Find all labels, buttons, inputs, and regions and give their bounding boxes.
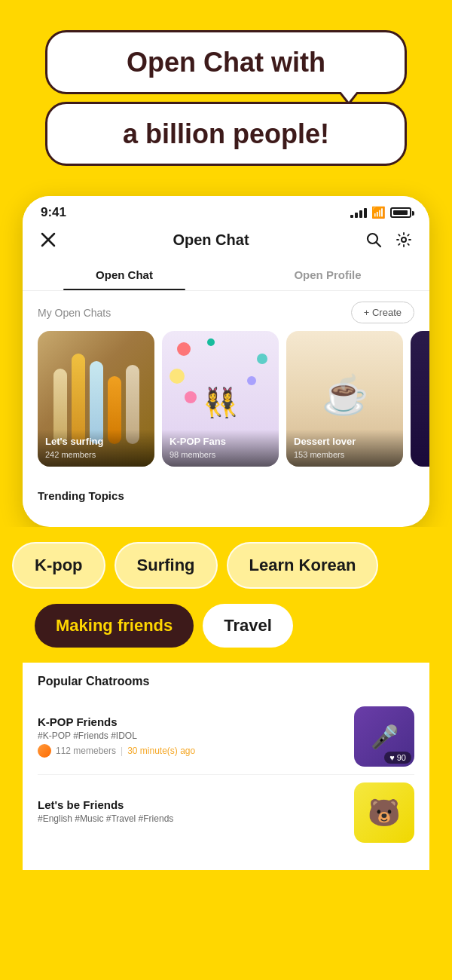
chatroom-tags-friends: #English #Music #Travel #Friends — [38, 813, 344, 824]
app-header: Open Chat — [23, 223, 429, 259]
chatroom-thumb-friends: 🐻 — [354, 782, 414, 843]
card-overlay-surfing: Let's surfing 242 members — [38, 430, 154, 467]
card-name-surfing: Let's surfing — [45, 436, 147, 447]
search-button[interactable] — [363, 229, 384, 250]
chatroom-name-kpop: K-POP Friends — [38, 715, 344, 728]
chatroom-info-kpop: K-POP Friends #K-POP #Friends #IDOL 112 … — [38, 715, 344, 758]
chat-cards-scroll[interactable]: Let's surfing 242 members 👯‍♀️ K-POP F — [23, 331, 429, 479]
chatroom-info-friends: Let's be Friends #English #Music #Travel… — [38, 798, 344, 827]
signal-icon — [350, 207, 367, 218]
hero-section: Open Chat with a billion people! — [0, 0, 452, 181]
wifi-icon: 📶 — [371, 206, 386, 219]
my-open-chats-header: My Open Chats + Create — [23, 291, 429, 331]
pill-learn-korean[interactable]: Learn Korean — [227, 542, 379, 589]
chatroom-tags-kpop: #K-POP #Friends #IDOL — [38, 730, 344, 741]
card-members-dessert: 153 members — [294, 450, 344, 459]
status-time: 9:41 — [41, 205, 66, 220]
hero-text-2: a billion people! — [123, 118, 329, 149]
tab-open-profile[interactable]: Open Profile — [226, 259, 429, 290]
chatroom-time-kpop: 30 minute(s) ago — [127, 746, 195, 756]
svg-point-4 — [402, 237, 406, 242]
battery-icon — [390, 207, 411, 218]
pills-row-2: Making friends Travel — [23, 604, 429, 663]
hero-bubble-2: a billion people! — [45, 102, 407, 166]
card-members-surfing: 242 members — [45, 450, 96, 459]
header-title: Open Chat — [173, 231, 249, 249]
chatroom-item-kpop-friends[interactable]: K-POP Friends #K-POP #Friends #IDOL 112 … — [38, 699, 414, 775]
card-overlay-kpop: K-POP Fans 98 members — [162, 430, 279, 467]
svg-line-3 — [377, 243, 381, 247]
close-button[interactable] — [38, 229, 59, 250]
meta-divider: | — [121, 746, 123, 756]
card-members-kpop: 98 members — [170, 450, 215, 459]
members-count-kpop: 112 memebers — [56, 746, 116, 756]
trending-title: Trending Topics — [38, 489, 124, 502]
card-overlay-dessert: Dessert lover 153 members — [286, 430, 403, 467]
member-avatar — [38, 744, 51, 758]
chatroom-thumb-kpop: 🎤 ♥ 90 — [354, 706, 414, 767]
bottom-section: Making friends Travel Popular Chatrooms … — [23, 604, 429, 870]
card-name-dessert: Dessert lover — [294, 436, 396, 447]
chat-card-kpop[interactable]: 👯‍♀️ K-POP Fans 98 members — [162, 331, 279, 467]
pill-surfing[interactable]: Surfing — [115, 542, 218, 589]
chatroom-meta-kpop: 112 memebers | 30 minute(s) ago — [38, 744, 344, 758]
chat-card-dessert[interactable]: ☕ Dessert lover 153 members — [286, 331, 403, 467]
create-button[interactable]: + Create — [351, 302, 414, 323]
chatroom-item-lets-be-friends[interactable]: Let's be Friends #English #Music #Travel… — [38, 775, 414, 850]
tab-open-chat[interactable]: Open Chat — [23, 259, 226, 290]
settings-button[interactable] — [393, 229, 414, 250]
trending-section: Trending Topics — [23, 479, 429, 512]
pills-section: K-pop Surfing Learn Korean — [0, 527, 452, 604]
tab-bar: Open Chat Open Profile — [23, 259, 429, 291]
heart-badge-kpop: ♥ 90 — [384, 752, 411, 764]
popular-chatrooms-section: Popular Chatrooms K-POP Friends #K-POP #… — [23, 663, 429, 862]
chat-card-extra[interactable] — [411, 331, 429, 467]
pill-kpop[interactable]: K-pop — [12, 542, 105, 589]
chatroom-name-friends: Let's be Friends — [38, 798, 344, 811]
hero-bubble-1: Open Chat with — [45, 30, 407, 94]
pill-travel[interactable]: Travel — [203, 604, 293, 648]
my-open-chats-label: My Open Chats — [38, 307, 111, 319]
chat-card-surfing[interactable]: Let's surfing 242 members — [38, 331, 154, 467]
header-actions — [363, 229, 414, 250]
card-name-kpop: K-POP Fans — [170, 436, 271, 447]
popular-title: Popular Chatrooms — [38, 675, 414, 688]
status-icons: 📶 — [350, 206, 411, 219]
hero-text-1: Open Chat with — [127, 47, 325, 78]
pill-making-friends[interactable]: Making friends — [35, 604, 194, 648]
status-bar: 9:41 📶 — [23, 196, 429, 223]
phone-mockup: 9:41 📶 Open Chat — [23, 196, 429, 527]
